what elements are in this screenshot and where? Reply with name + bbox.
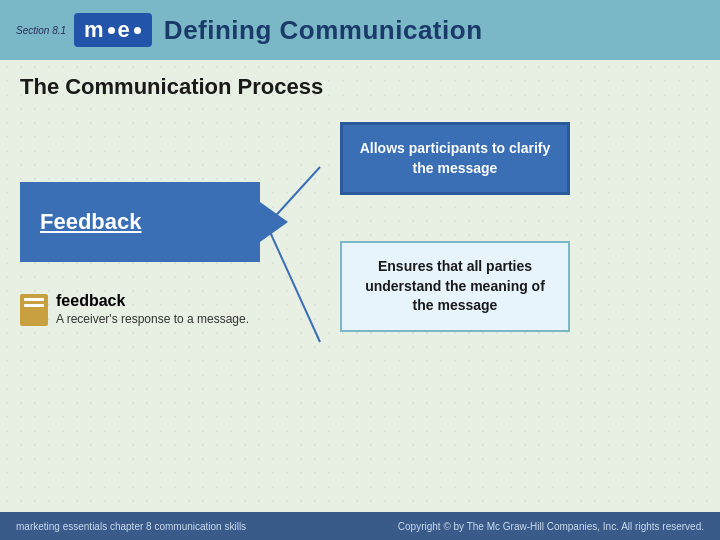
- document-icon: [20, 294, 48, 326]
- left-column: Feedback feedback A receiver's response …: [20, 112, 300, 462]
- feedback-box: Feedback: [20, 182, 260, 262]
- info-box-top: Allows participants to clarify the messa…: [340, 122, 570, 195]
- content-body: Feedback feedback A receiver's response …: [20, 112, 700, 462]
- main-content: The Communication Process Feedback feedb…: [0, 60, 720, 512]
- header: Section 8.1 me Defining Communication: [0, 0, 720, 60]
- definition-section: feedback A receiver's response to a mess…: [20, 292, 300, 326]
- definition-description: A receiver's response to a message.: [56, 312, 249, 326]
- page-heading: Defining Communication: [164, 15, 483, 46]
- feedback-label: Feedback: [40, 209, 142, 235]
- definition-content: feedback A receiver's response to a mess…: [56, 292, 249, 326]
- footer: marketing essentials chapter 8 communica…: [0, 512, 720, 540]
- logo: me: [74, 13, 152, 47]
- footer-right: Copyright © by The Mc Graw-Hill Companie…: [398, 521, 704, 532]
- footer-left: marketing essentials chapter 8 communica…: [16, 521, 246, 532]
- definition-term: feedback: [56, 292, 249, 310]
- right-column: Allows participants to clarify the messa…: [300, 112, 700, 462]
- page-title: The Communication Process: [20, 74, 700, 100]
- info-box-bottom: Ensures that all parties understand the …: [340, 241, 570, 332]
- section-label: Section 8.1: [16, 25, 66, 36]
